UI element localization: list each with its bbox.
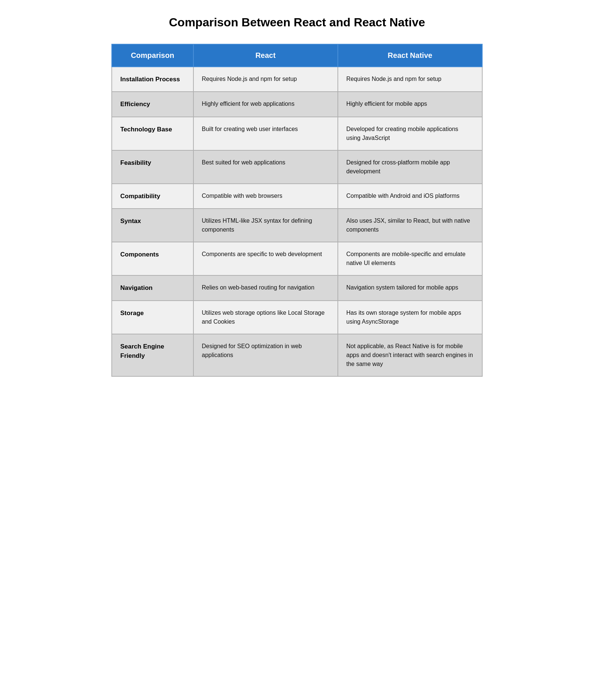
page-container: Comparison Between React and React Nativ… (111, 15, 483, 377)
cell-react-native: Not applicable, as React Native is for m… (338, 334, 482, 376)
cell-category: Installation Process (112, 67, 193, 92)
table-body: Installation ProcessRequires Node.js and… (112, 67, 482, 376)
cell-react: Built for creating web user interfaces (193, 117, 338, 150)
table-row: Installation ProcessRequires Node.js and… (112, 67, 482, 92)
header-comparison: Comparison (112, 44, 193, 67)
cell-react-native: Highly efficient for mobile apps (338, 92, 482, 117)
comparison-table: Comparison React React Native Installati… (111, 44, 483, 377)
cell-react-native: Has its own storage system for mobile ap… (338, 301, 482, 334)
cell-category: Syntax (112, 209, 193, 242)
cell-react: Components are specific to web developme… (193, 242, 338, 275)
table-header-row: Comparison React React Native (112, 44, 482, 67)
cell-react-native: Compatible with Android and iOS platform… (338, 184, 482, 209)
cell-react: Highly efficient for web applications (193, 92, 338, 117)
cell-category: Navigation (112, 275, 193, 301)
cell-react: Compatible with web browsers (193, 184, 338, 209)
cell-react: Designed for SEO optimization in web app… (193, 334, 338, 376)
table-row: CompatibilityCompatible with web browser… (112, 184, 482, 209)
table-row: Search Engine FriendlyDesigned for SEO o… (112, 334, 482, 376)
table-row: Technology BaseBuilt for creating web us… (112, 117, 482, 150)
page-title: Comparison Between React and React Nativ… (111, 15, 483, 30)
header-react-native: React Native (338, 44, 482, 67)
cell-react-native: Navigation system tailored for mobile ap… (338, 275, 482, 301)
cell-category: Technology Base (112, 117, 193, 150)
cell-react-native: Components are mobile-specific and emula… (338, 242, 482, 275)
cell-category: Storage (112, 301, 193, 334)
cell-react: Utilizes web storage options like Local … (193, 301, 338, 334)
cell-category: Feasibility (112, 150, 193, 184)
cell-category: Components (112, 242, 193, 275)
table-row: ComponentsComponents are specific to web… (112, 242, 482, 275)
header-react: React (193, 44, 338, 67)
table-row: FeasibilityBest suited for web applicati… (112, 150, 482, 184)
cell-category: Search Engine Friendly (112, 334, 193, 376)
cell-react: Utilizes HTML-like JSX syntax for defini… (193, 209, 338, 242)
cell-react-native: Designed for cross-platform mobile app d… (338, 150, 482, 184)
cell-react: Relies on web-based routing for navigati… (193, 275, 338, 301)
cell-react-native: Also uses JSX, similar to React, but wit… (338, 209, 482, 242)
table-row: EfficiencyHighly efficient for web appli… (112, 92, 482, 117)
cell-category: Compatibility (112, 184, 193, 209)
table-row: StorageUtilizes web storage options like… (112, 301, 482, 334)
cell-react-native: Developed for creating mobile applicatio… (338, 117, 482, 150)
cell-react-native: Requires Node.js and npm for setup (338, 67, 482, 92)
table-row: NavigationRelies on web-based routing fo… (112, 275, 482, 301)
cell-category: Efficiency (112, 92, 193, 117)
table-row: SyntaxUtilizes HTML-like JSX syntax for … (112, 209, 482, 242)
cell-react: Best suited for web applications (193, 150, 338, 184)
cell-react: Requires Node.js and npm for setup (193, 67, 338, 92)
